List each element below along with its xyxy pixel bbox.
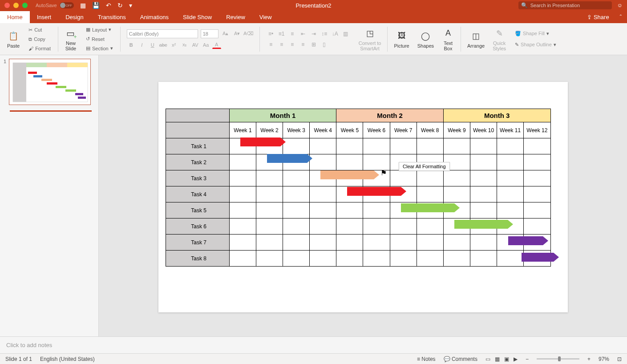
zoom-in-button[interactable]: + [587,356,591,362]
subscript-button[interactable]: x₂ [180,41,189,49]
strikethrough-button[interactable]: abc [159,41,168,49]
increase-indent-button[interactable]: ⇥ [309,30,319,38]
new-slide-button[interactable]: ▭＋ New Slide [65,27,77,51]
textbox-button[interactable]: AText Box [442,27,454,51]
shapes-button[interactable]: ◯Shapes [417,30,434,49]
slide-editor[interactable]: Month 1 Month 2 Month 3 Week 1 Week 2 We… [99,55,627,336]
numbering-button[interactable]: ≡1 [277,30,287,38]
zoom-level[interactable]: 97% [599,356,609,362]
share-button[interactable]: ⇪Share [582,11,615,23]
copy-button[interactable]: ⧉Copy [28,36,46,43]
case-button[interactable]: Aa [202,41,210,49]
save-icon[interactable]: 💾 [92,2,100,9]
svg-rect-9 [56,86,66,88]
fit-to-window-icon[interactable]: ⊡ [617,356,622,362]
shape-fill-button[interactable]: 🪣Shape Fill▾ [514,30,550,37]
status-bar: Slide 1 of 1 English (United States) ≡ N… [0,353,627,364]
font-color-button[interactable]: A [212,41,221,49]
font-family-select[interactable]: Calibri (Body) [127,29,198,38]
arrange-button[interactable]: ◫Arrange [467,30,485,49]
sorter-view-icon[interactable]: ▦ [495,356,500,362]
notes-pane[interactable]: Click to add notes [0,336,627,353]
picture-button[interactable]: 🖼Picture [394,30,409,49]
align-left-button[interactable]: ≡ [266,40,276,49]
notes-toggle[interactable]: ≡ Notes [417,356,436,362]
tab-home[interactable]: Home [0,11,30,23]
reset-button[interactable]: ↺Reset [85,36,105,42]
paste-button[interactable]: 📋 Paste [7,30,20,49]
tab-design[interactable]: Design [58,11,90,23]
window-controls [4,3,28,8]
section-icon: ▤ [86,45,90,51]
cut-button[interactable]: ✂Cut [28,27,43,33]
tab-view[interactable]: View [252,11,279,23]
layout-button[interactable]: ▦Layout▾ [85,26,112,33]
text-direction-button[interactable]: ↓A [330,30,340,38]
tab-transitions[interactable]: Transitions [91,11,133,23]
account-icon[interactable]: ☺ [617,2,623,8]
italic-button[interactable]: I [138,41,146,49]
align-text-button[interactable]: ▯ [320,40,329,49]
qat-dropdown-icon[interactable]: ▾ [129,2,132,9]
tab-review[interactable]: Review [219,11,252,23]
minimize-window-button[interactable] [13,3,19,8]
convert-smartart-button[interactable]: ◳ Convert to SmartArt [359,27,381,51]
autosave-toggle[interactable]: OFF [60,2,74,8]
picture-icon: 🖼 [396,30,408,42]
collapse-ribbon-button[interactable]: ˆ [615,11,627,23]
bold-button[interactable]: B [127,41,136,49]
file-icon[interactable]: ▦ [80,2,86,9]
underline-button[interactable]: U [148,41,157,49]
slide-canvas[interactable]: Month 1 Month 2 Month 3 Week 1 Week 2 We… [158,82,568,312]
scissors-icon: ✂ [28,27,32,33]
task-label: Task 7 [166,235,229,251]
ribbon: 📋 Paste ✂Cut ⧉Copy 🖌Format ▭＋ New Slide … [0,23,627,55]
textbox-icon: A [442,27,454,40]
close-window-button[interactable] [4,3,10,8]
comments-toggle[interactable]: 💬 Comments [444,356,477,362]
columns-button[interactable]: ▥ [341,30,351,38]
slideshow-view-icon[interactable]: ▶ [514,356,518,362]
tab-insert[interactable]: Insert [30,11,59,23]
tab-animations[interactable]: Animations [133,11,176,23]
undo-icon[interactable]: ↶ [106,2,111,9]
increase-font-icon[interactable]: A▴ [221,30,230,38]
search-box[interactable]: 🔍 [518,1,612,9]
normal-view-icon[interactable]: ▭ [485,356,490,362]
search-input[interactable] [530,3,609,8]
week-header: Week 9 [443,122,470,138]
reset-icon: ↺ [86,36,90,42]
list-level-button[interactable]: ≡ [287,30,297,38]
bullets-button[interactable]: ≡• [266,30,276,38]
zoom-out-button[interactable]: − [526,356,529,362]
superscript-button[interactable]: x² [170,41,178,49]
decrease-font-icon[interactable]: A▾ [233,30,242,38]
slide-counter[interactable]: Slide 1 of 1 [5,356,32,362]
gantt-table[interactable]: Month 1 Month 2 Month 3 Week 1 Week 2 We… [166,109,551,267]
section-button[interactable]: ▤Section▾ [85,45,114,52]
align-center-button[interactable]: ≡ [277,40,287,49]
task-label: Task 2 [166,154,229,170]
justify-button[interactable]: ≡ [298,40,308,49]
line-spacing-button[interactable]: ↕≡ [320,30,329,38]
svg-rect-1 [13,63,26,102]
quick-styles-button[interactable]: ✎Quick Styles [493,27,506,51]
align-right-button[interactable]: ≡ [287,40,297,49]
format-painter-button[interactable]: 🖌Format [28,45,52,52]
shape-outline-button[interactable]: ✎Shape Outline▾ [514,41,557,48]
maximize-window-button[interactable] [22,3,28,8]
clear-formatting-icon[interactable]: A⌫ [244,30,253,38]
reading-view-icon[interactable]: ▣ [504,356,509,362]
slide-thumbnails-pane[interactable]: 1 [0,55,99,336]
language-indicator[interactable]: English (United States) [40,356,95,362]
decrease-indent-button[interactable]: ⇤ [298,30,308,38]
notes-placeholder: Click to add notes [6,342,52,348]
highlight-button[interactable]: AV [191,41,200,49]
distribute-button[interactable]: ⊞ [309,40,319,49]
autosave-control[interactable]: AutoSave OFF [36,2,74,8]
tab-slide-show[interactable]: Slide Show [176,11,219,23]
slide-thumbnail-1[interactable] [9,59,91,105]
redo-icon[interactable]: ↻ [117,2,123,9]
zoom-slider[interactable] [537,358,579,360]
font-size-select[interactable]: 18 [201,29,218,38]
